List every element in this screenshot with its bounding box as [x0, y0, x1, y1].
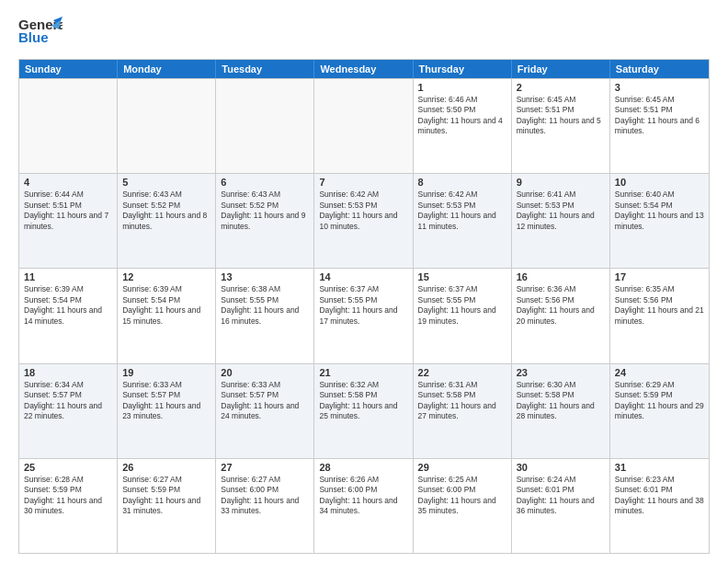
day-number: 10 [615, 177, 704, 188]
cell-info: Sunrise: 6:24 AM Sunset: 6:01 PM Dayligh… [517, 475, 605, 517]
day-number: 11 [24, 271, 112, 282]
calendar-cell-29: 29Sunrise: 6:25 AM Sunset: 6:00 PM Dayli… [414, 459, 512, 553]
calendar-cell-empty-2 [216, 79, 314, 173]
calendar-row-3: 11Sunrise: 6:39 AM Sunset: 5:54 PM Dayli… [19, 268, 709, 362]
day-header-monday: Monday [118, 60, 216, 78]
day-header-thursday: Thursday [414, 60, 512, 78]
calendar: SundayMondayTuesdayWednesdayThursdayFrid… [18, 59, 710, 554]
cell-info: Sunrise: 6:46 AM Sunset: 5:50 PM Dayligh… [418, 95, 506, 137]
day-number: 31 [615, 462, 704, 473]
cell-info: Sunrise: 6:33 AM Sunset: 5:57 PM Dayligh… [221, 380, 309, 422]
day-number: 23 [517, 367, 605, 378]
calendar-cell-6: 6Sunrise: 6:43 AM Sunset: 5:52 PM Daylig… [216, 174, 314, 268]
calendar-cell-23: 23Sunrise: 6:30 AM Sunset: 5:58 PM Dayli… [512, 364, 610, 458]
cell-info: Sunrise: 6:45 AM Sunset: 5:51 PM Dayligh… [517, 95, 605, 137]
calendar-cell-7: 7Sunrise: 6:42 AM Sunset: 5:53 PM Daylig… [314, 174, 413, 268]
calendar-cell-empty-1 [118, 79, 216, 173]
cell-info: Sunrise: 6:39 AM Sunset: 5:54 PM Dayligh… [24, 284, 112, 327]
calendar-cell-17: 17Sunrise: 6:35 AM Sunset: 5:56 PM Dayli… [610, 269, 709, 362]
day-number: 28 [319, 462, 407, 473]
calendar-cell-27: 27Sunrise: 6:27 AM Sunset: 6:00 PM Dayli… [216, 459, 314, 553]
day-number: 13 [221, 271, 309, 282]
cell-info: Sunrise: 6:27 AM Sunset: 6:00 PM Dayligh… [221, 475, 309, 517]
day-number: 24 [615, 367, 704, 378]
calendar-cell-13: 13Sunrise: 6:38 AM Sunset: 5:55 PM Dayli… [216, 269, 314, 362]
cell-info: Sunrise: 6:38 AM Sunset: 5:55 PM Dayligh… [221, 284, 309, 327]
day-header-saturday: Saturday [610, 60, 709, 78]
cell-info: Sunrise: 6:45 AM Sunset: 5:51 PM Dayligh… [615, 95, 704, 137]
calendar-cell-11: 11Sunrise: 6:39 AM Sunset: 5:54 PM Dayli… [19, 269, 118, 362]
day-number: 21 [319, 367, 407, 378]
day-number: 7 [319, 177, 407, 188]
day-header-wednesday: Wednesday [314, 60, 413, 78]
cell-info: Sunrise: 6:42 AM Sunset: 5:53 PM Dayligh… [418, 190, 506, 232]
calendar-header: SundayMondayTuesdayWednesdayThursdayFrid… [19, 60, 709, 78]
day-number: 9 [517, 177, 605, 188]
calendar-cell-4: 4Sunrise: 6:44 AM Sunset: 5:51 PM Daylig… [19, 174, 118, 268]
cell-info: Sunrise: 6:30 AM Sunset: 5:58 PM Dayligh… [517, 380, 605, 422]
calendar-cell-16: 16Sunrise: 6:36 AM Sunset: 5:56 PM Dayli… [512, 269, 610, 362]
day-header-friday: Friday [512, 60, 610, 78]
page: General Blue SundayMondayTuesdayWednesda… [0, 0, 728, 563]
calendar-row-2: 4Sunrise: 6:44 AM Sunset: 5:51 PM Daylig… [19, 173, 709, 268]
calendar-cell-31: 31Sunrise: 6:23 AM Sunset: 6:01 PM Dayli… [610, 459, 709, 553]
calendar-cell-21: 21Sunrise: 6:32 AM Sunset: 5:58 PM Dayli… [314, 364, 413, 458]
cell-info: Sunrise: 6:31 AM Sunset: 5:58 PM Dayligh… [418, 380, 506, 422]
calendar-cell-18: 18Sunrise: 6:34 AM Sunset: 5:57 PM Dayli… [19, 364, 118, 458]
calendar-cell-10: 10Sunrise: 6:40 AM Sunset: 5:54 PM Dayli… [610, 174, 709, 268]
day-number: 25 [24, 462, 112, 473]
svg-text:Blue: Blue [18, 29, 49, 45]
cell-info: Sunrise: 6:27 AM Sunset: 5:59 PM Dayligh… [122, 475, 210, 517]
calendar-cell-22: 22Sunrise: 6:31 AM Sunset: 5:58 PM Dayli… [414, 364, 512, 458]
day-number: 15 [418, 271, 506, 282]
day-header-tuesday: Tuesday [216, 60, 314, 78]
logo: General Blue [18, 15, 63, 52]
cell-info: Sunrise: 6:43 AM Sunset: 5:52 PM Dayligh… [122, 190, 210, 232]
day-number: 6 [221, 177, 309, 188]
cell-info: Sunrise: 6:37 AM Sunset: 5:55 PM Dayligh… [319, 284, 407, 327]
day-number: 20 [221, 367, 309, 378]
day-number: 4 [24, 177, 112, 188]
cell-info: Sunrise: 6:40 AM Sunset: 5:54 PM Dayligh… [615, 190, 704, 232]
day-number: 14 [319, 271, 407, 282]
day-number: 17 [615, 271, 704, 282]
day-number: 26 [122, 462, 210, 473]
cell-info: Sunrise: 6:35 AM Sunset: 5:56 PM Dayligh… [615, 284, 704, 327]
cell-info: Sunrise: 6:42 AM Sunset: 5:53 PM Dayligh… [319, 190, 407, 232]
cell-info: Sunrise: 6:28 AM Sunset: 5:59 PM Dayligh… [24, 475, 112, 517]
cell-info: Sunrise: 6:34 AM Sunset: 5:57 PM Dayligh… [24, 380, 112, 422]
cell-info: Sunrise: 6:33 AM Sunset: 5:57 PM Dayligh… [122, 380, 210, 422]
calendar-cell-25: 25Sunrise: 6:28 AM Sunset: 5:59 PM Dayli… [19, 459, 118, 553]
calendar-cell-empty-0 [19, 79, 118, 173]
calendar-cell-14: 14Sunrise: 6:37 AM Sunset: 5:55 PM Dayli… [314, 269, 413, 362]
calendar-cell-5: 5Sunrise: 6:43 AM Sunset: 5:52 PM Daylig… [118, 174, 216, 268]
day-number: 5 [122, 177, 210, 188]
day-number: 18 [24, 367, 112, 378]
calendar-cell-28: 28Sunrise: 6:26 AM Sunset: 6:00 PM Dayli… [314, 459, 413, 553]
day-number: 3 [615, 82, 704, 93]
calendar-cell-24: 24Sunrise: 6:29 AM Sunset: 5:59 PM Dayli… [610, 364, 709, 458]
calendar-cell-30: 30Sunrise: 6:24 AM Sunset: 6:01 PM Dayli… [512, 459, 610, 553]
calendar-cell-empty-3 [314, 79, 413, 173]
day-number: 8 [418, 177, 506, 188]
cell-info: Sunrise: 6:23 AM Sunset: 6:01 PM Dayligh… [615, 475, 704, 517]
day-number: 2 [517, 82, 605, 93]
cell-info: Sunrise: 6:44 AM Sunset: 5:51 PM Dayligh… [24, 190, 112, 232]
calendar-cell-15: 15Sunrise: 6:37 AM Sunset: 5:55 PM Dayli… [414, 269, 512, 362]
calendar-cell-3: 3Sunrise: 6:45 AM Sunset: 5:51 PM Daylig… [610, 79, 709, 173]
cell-info: Sunrise: 6:32 AM Sunset: 5:58 PM Dayligh… [319, 380, 407, 422]
day-number: 30 [517, 462, 605, 473]
cell-info: Sunrise: 6:41 AM Sunset: 5:53 PM Dayligh… [517, 190, 605, 232]
calendar-cell-8: 8Sunrise: 6:42 AM Sunset: 5:53 PM Daylig… [414, 174, 512, 268]
day-number: 27 [221, 462, 309, 473]
day-number: 1 [418, 82, 506, 93]
header: General Blue [18, 15, 710, 52]
cell-info: Sunrise: 6:43 AM Sunset: 5:52 PM Dayligh… [221, 190, 309, 232]
day-number: 16 [517, 271, 605, 282]
cell-info: Sunrise: 6:25 AM Sunset: 6:00 PM Dayligh… [418, 475, 506, 517]
calendar-cell-2: 2Sunrise: 6:45 AM Sunset: 5:51 PM Daylig… [512, 79, 610, 173]
cell-info: Sunrise: 6:29 AM Sunset: 5:59 PM Dayligh… [615, 380, 704, 422]
calendar-row-4: 18Sunrise: 6:34 AM Sunset: 5:57 PM Dayli… [19, 363, 709, 458]
cell-info: Sunrise: 6:36 AM Sunset: 5:56 PM Dayligh… [517, 284, 605, 327]
calendar-cell-26: 26Sunrise: 6:27 AM Sunset: 5:59 PM Dayli… [118, 459, 216, 553]
